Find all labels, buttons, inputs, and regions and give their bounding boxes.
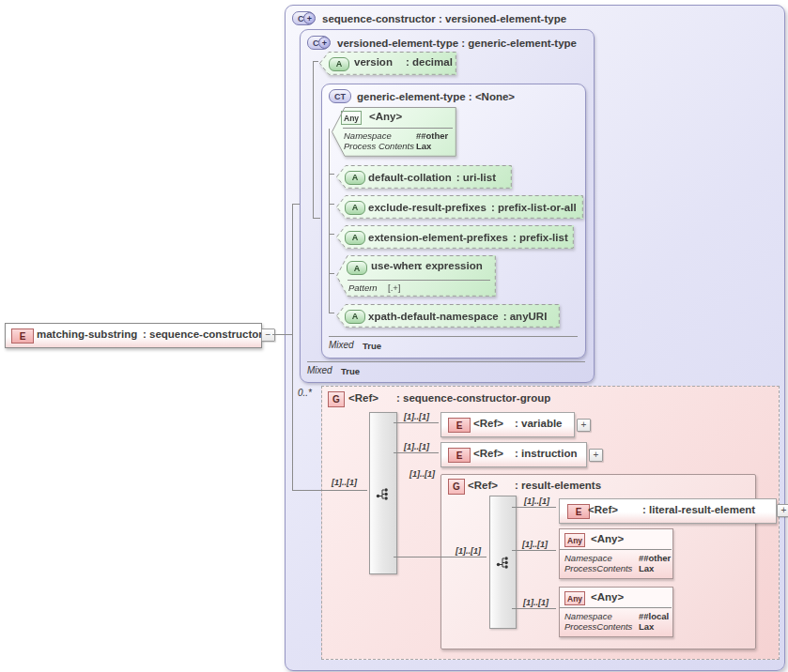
any-icon: Any <box>564 533 585 547</box>
property-key: Pattern <box>348 283 378 293</box>
wildcard-title: <Any> <box>369 111 402 122</box>
group-name: <Ref> <box>348 392 379 404</box>
property-value: ##other <box>416 130 448 141</box>
connector-line <box>313 61 318 62</box>
complex-type-title: sequence-constructor : versioned-element… <box>322 13 566 24</box>
extension-plus-icon: + <box>303 12 316 24</box>
expand-button[interactable]: + <box>589 449 603 462</box>
property-key: Namespace <box>344 130 392 141</box>
property-value: Lax <box>416 141 431 151</box>
attribute-name: default-collation <box>368 172 452 183</box>
attribute-extension-element-prefixes[interactable]: A extension-element-prefixes : prefix-li… <box>336 225 574 249</box>
divider <box>329 336 578 337</box>
connector-line <box>329 204 334 205</box>
element-type: : sequence-constructor <box>143 328 263 340</box>
element-name: <Ref> <box>588 504 618 515</box>
property-value: ##local <box>639 611 669 621</box>
wildcard-title: <Any> <box>591 591 624 603</box>
cardinality-label: [1]..[1] <box>456 546 481 556</box>
divider <box>348 280 490 281</box>
connector-line <box>512 608 556 609</box>
complex-type-title: generic-element-type : <None> <box>357 91 515 102</box>
expand-button[interactable]: + <box>777 504 788 517</box>
attribute-exclude-result-prefixes[interactable]: A exclude-result-prefixes : prefix-list-… <box>336 195 583 219</box>
wildcard-any-other[interactable]: Any <Any> Namespace ##other ProcessConte… <box>559 528 673 579</box>
group-icon: G <box>328 391 345 407</box>
element-name: matching-substring <box>37 328 137 340</box>
element-type: : literal-result-element <box>642 504 755 515</box>
property-key: Process Contents <box>344 141 414 151</box>
complex-type-icon: CT + <box>307 36 331 50</box>
connector-line <box>512 507 556 508</box>
attribute-name: extension-element-prefixes <box>368 232 508 243</box>
attribute-icon: A <box>345 201 365 215</box>
divider <box>560 607 672 608</box>
element-icon: E <box>567 504 590 519</box>
complex-type-generic-element-type[interactable]: CT generic-element-type : <None> Any <An… <box>321 84 586 359</box>
connector-line <box>313 218 320 219</box>
attribute-type: : decimal <box>406 56 453 68</box>
group-result-elements[interactable]: G <Ref> : result-elements E <box>440 474 756 649</box>
collapse-button[interactable]: − <box>261 328 275 342</box>
divider <box>343 128 453 129</box>
attribute-icon: A <box>347 261 367 275</box>
cardinality-label: [1]..[1] <box>522 540 548 549</box>
element-ref-literal-result-element[interactable]: E <Ref> : literal-result-element <box>559 498 777 524</box>
attribute-name: version <box>354 56 393 68</box>
element-matching-substring[interactable]: E matching-substring : sequence-construc… <box>5 323 262 348</box>
connector-line <box>394 452 439 453</box>
cardinality-label: [1]..[1] <box>404 412 429 421</box>
element-type: : instruction <box>515 448 577 459</box>
complex-type-sequence-constructor[interactable]: CT + sequence-constructor : versioned-el… <box>285 5 785 671</box>
connector-line <box>329 174 334 175</box>
extension-plus-icon: + <box>318 37 331 49</box>
property-value: ##other <box>639 553 671 563</box>
attribute-name: exclude-result-prefixes <box>368 202 487 213</box>
wildcard-any-local[interactable]: Any <Any> Namespace ##local ProcessConte… <box>559 587 673 637</box>
mixed-value: True <box>363 341 381 351</box>
cardinality-label: [1]..[1] <box>404 442 429 451</box>
property-key: Namespace <box>564 611 612 621</box>
cardinality-label: [1]..[1] <box>523 598 549 607</box>
connector-line <box>512 550 556 551</box>
element-ref-variable[interactable]: E <Ref> : variable <box>440 412 575 437</box>
any-icon: Any <box>564 591 585 605</box>
wildcard-any[interactable]: Any <Any> Namespace ##other Process Cont… <box>332 107 456 157</box>
connector-line <box>292 204 300 205</box>
occurrence-label: 0..* <box>298 388 312 398</box>
attribute-type: : uri-list <box>456 172 496 183</box>
complex-type-versioned-element-type[interactable]: CT + versioned-element-type : generic-el… <box>300 29 595 383</box>
attribute-xpath-default-namespace[interactable]: A xpath-default-namespace : anyURI <box>336 304 560 328</box>
cardinality-label: [1]..[1] <box>332 478 357 487</box>
wildcard-title: <Any> <box>591 533 624 544</box>
group-icon: G <box>448 479 465 495</box>
expand-button[interactable]: + <box>577 419 591 432</box>
element-ref-instruction[interactable]: E <Ref> : instruction <box>440 442 587 467</box>
connector-line <box>394 557 487 557</box>
divider <box>307 361 585 362</box>
element-name: <Ref> <box>473 448 503 459</box>
connector-line <box>292 490 367 491</box>
attribute-version[interactable]: A version : decimal <box>319 52 456 75</box>
choice-compositor-bar[interactable] <box>369 412 397 574</box>
attribute-icon: A <box>345 310 365 324</box>
connector-line <box>272 334 292 335</box>
attribute-icon: A <box>345 231 365 245</box>
property-key: Namespace <box>564 553 612 563</box>
attribute-use-when[interactable]: A use-when : expression Pattern [.+] <box>336 255 496 297</box>
attribute-name: xpath-default-namespace <box>368 311 499 322</box>
connector-line <box>313 61 314 218</box>
property-value: Lax <box>639 563 654 573</box>
connector-line <box>394 422 439 423</box>
attribute-icon: A <box>345 171 365 185</box>
group-sequence-constructor-group[interactable]: G <Ref> : sequence-constructor-group E <… <box>321 386 780 660</box>
attribute-default-collation[interactable]: A default-collation : uri-list <box>336 165 512 189</box>
group-header: G <Ref> : result-elements <box>441 475 755 496</box>
divider <box>560 549 672 550</box>
any-icon: Any <box>341 111 362 125</box>
connector-line <box>292 204 293 491</box>
element-type: : variable <box>515 418 563 429</box>
element-name: <Ref> <box>473 418 503 429</box>
connector-line <box>329 273 334 274</box>
property-value: Lax <box>639 621 654 632</box>
